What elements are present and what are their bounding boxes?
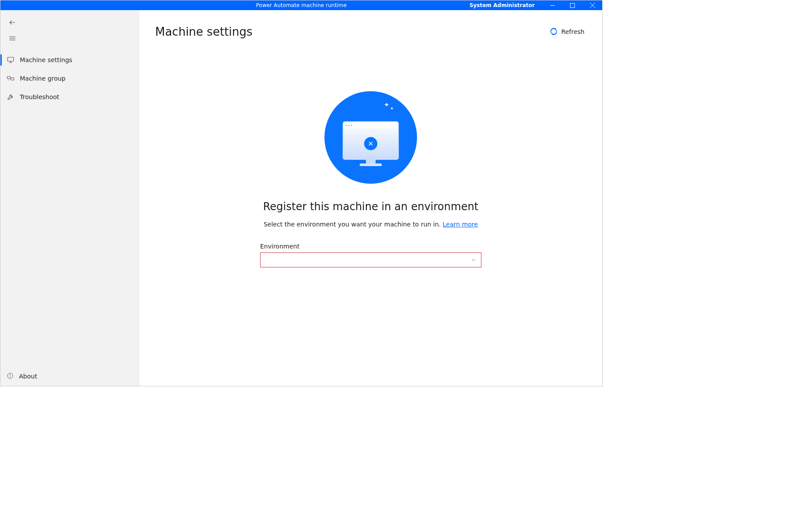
window-title: Power Automate machine runtime [256,2,347,8]
hamburger-icon [8,34,16,42]
titlebar: Power Automate machine runtime System Ad… [0,0,602,10]
environment-label: Environment [260,243,481,250]
sidebar-item-label: Machine settings [20,56,72,63]
sidebar-nav: Machine settings Machine group Troublesh… [0,51,139,106]
refresh-button[interactable]: Refresh [548,25,586,38]
page-title: Machine settings [155,25,253,38]
main-content: Machine settings Refresh [139,10,602,386]
minimize-button[interactable] [543,0,562,10]
svg-point-16 [10,374,10,374]
register-subtitle: Select the environment you want your mac… [264,221,478,228]
svg-rect-10 [7,77,11,79]
hero-illustration [324,91,417,184]
svg-rect-1 [570,3,575,7]
refresh-label: Refresh [561,28,585,35]
sidebar-item-troubleshoot[interactable]: Troubleshoot [0,88,139,106]
close-button[interactable] [582,0,602,10]
info-icon [7,372,14,381]
chevron-down-icon [470,257,477,263]
environment-block: Environment [260,243,481,267]
back-button[interactable] [5,15,22,30]
main-header: Machine settings Refresh [155,25,586,38]
machine-group-icon [7,74,15,82]
app-window: Power Automate machine runtime System Ad… [0,0,603,386]
environment-dropdown[interactable] [260,252,481,267]
svg-rect-7 [7,57,14,61]
sidebar: Machine settings Machine group Troublesh… [0,10,139,386]
maximize-button[interactable] [562,0,582,10]
wrench-icon [7,93,15,101]
center-content: Register this machine in an environment … [155,91,586,267]
sidebar-item-about[interactable]: About [0,367,139,386]
learn-more-link[interactable]: Learn more [443,221,478,228]
sidebar-item-machine-settings[interactable]: Machine settings [0,51,139,69]
sidebar-item-machine-group[interactable]: Machine group [0,69,139,88]
monitor-icon [7,56,15,64]
titlebar-right: System Administrator [469,0,602,10]
about-label: About [19,373,37,380]
refresh-icon [550,28,558,36]
sparkle-icon [382,101,397,118]
hero-window-graphic [343,122,399,159]
sidebar-top [0,15,139,46]
x-circle-icon [364,137,377,150]
sidebar-item-label: Troubleshoot [20,93,60,100]
arrow-left-icon [8,19,16,26]
register-heading: Register this machine in an environment [263,200,479,213]
current-user: System Administrator [469,2,543,8]
app-body: Machine settings Machine group Troublesh… [0,10,602,386]
menu-toggle-button[interactable] [5,30,22,46]
register-sub-text: Select the environment you want your mac… [264,221,443,228]
sidebar-item-label: Machine group [20,75,66,82]
svg-rect-11 [11,78,14,80]
